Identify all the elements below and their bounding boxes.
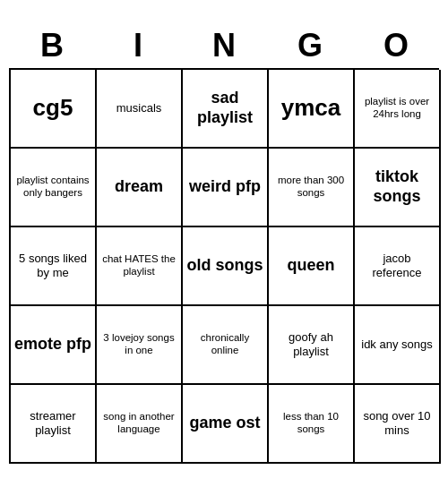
bingo-cell-4: playlist is over 24hrs long	[355, 70, 441, 149]
bingo-cell-21: song in another language	[97, 385, 183, 464]
bingo-grid: cg5musicalssad playlistymcaplaylist is o…	[9, 68, 439, 464]
bingo-title: BINGO	[9, 23, 439, 68]
bingo-cell-2: sad playlist	[183, 70, 269, 149]
bingo-cell-8: more than 300 songs	[269, 149, 355, 227]
bingo-cell-7: weird pfp	[183, 149, 269, 227]
bingo-letter-i: I	[99, 27, 177, 64]
bingo-cell-10: 5 songs liked by me	[11, 227, 97, 306]
bingo-cell-24: song over 10 mins	[355, 385, 441, 464]
bingo-container: BINGO cg5musicalssad playlistymcaplaylis…	[9, 23, 439, 464]
bingo-cell-12: old songs	[183, 227, 269, 306]
bingo-cell-18: goofy ah playlist	[269, 306, 355, 385]
bingo-letter-o: O	[357, 27, 435, 64]
bingo-cell-3: ymca	[269, 70, 355, 149]
bingo-cell-15: emote pfp	[11, 306, 97, 385]
bingo-cell-20: streamer playlist	[11, 385, 97, 464]
bingo-cell-0: cg5	[11, 70, 97, 149]
bingo-cell-11: chat HATES the playlist	[97, 227, 183, 306]
bingo-cell-6: dream	[97, 149, 183, 227]
bingo-cell-9: tiktok songs	[355, 149, 441, 227]
bingo-cell-14: jacob reference	[355, 227, 441, 306]
bingo-letter-n: N	[185, 27, 263, 64]
bingo-cell-1: musicals	[97, 70, 183, 149]
bingo-cell-17: chronically online	[183, 306, 269, 385]
bingo-cell-5: playlist contains only bangers	[11, 149, 97, 227]
bingo-cell-19: idk any songs	[355, 306, 441, 385]
bingo-cell-22: game ost	[183, 385, 269, 464]
bingo-cell-23: less than 10 songs	[269, 385, 355, 464]
bingo-letter-g: G	[271, 27, 349, 64]
bingo-cell-16: 3 lovejoy songs in one	[97, 306, 183, 385]
bingo-cell-13: queen	[269, 227, 355, 306]
bingo-letter-b: B	[13, 27, 91, 64]
